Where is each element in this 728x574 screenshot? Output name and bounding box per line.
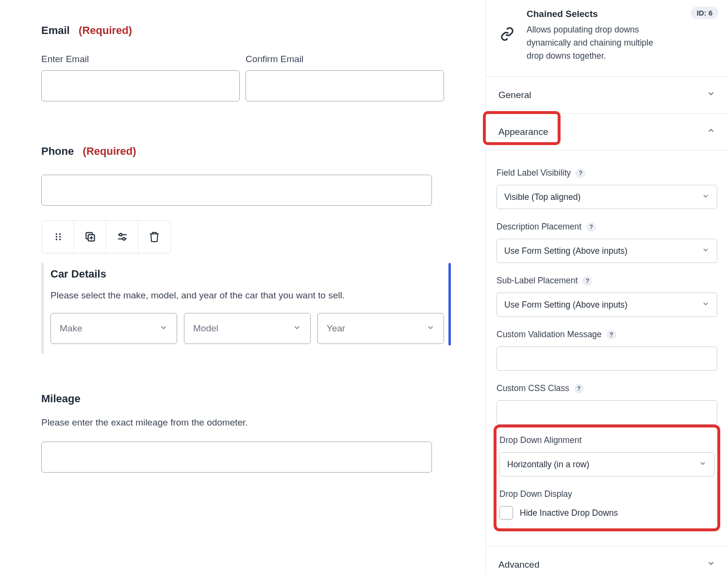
setting-label-text: Custom Validation Message bbox=[496, 329, 602, 340]
label-text: Phone bbox=[41, 145, 74, 157]
setting-label-text: Custom CSS Class bbox=[496, 383, 569, 394]
settings-icon[interactable] bbox=[106, 221, 138, 253]
mileage-label: Mileage bbox=[41, 393, 444, 405]
custom-validation-input[interactable] bbox=[496, 346, 717, 371]
label-text: Email bbox=[41, 24, 70, 36]
select-value: Use Form Setting (Above inputs) bbox=[504, 300, 628, 310]
make-placeholder: Make bbox=[60, 323, 82, 334]
car-details-description: Please select the make, model, and year … bbox=[50, 290, 444, 301]
select-value: Use Form Setting (Above inputs) bbox=[504, 246, 628, 256]
chevron-down-icon bbox=[159, 323, 168, 334]
section-advanced[interactable]: Advanced bbox=[486, 546, 728, 574]
link-icon bbox=[496, 23, 518, 45]
sidebar-header: Chained Selects Allows populating drop d… bbox=[486, 0, 728, 77]
id-badge: ID: 6 bbox=[691, 7, 718, 19]
year-placeholder: Year bbox=[327, 323, 345, 334]
make-select[interactable]: Make bbox=[50, 313, 177, 344]
help-icon[interactable]: ? bbox=[607, 330, 616, 340]
sublabel-placement-select[interactable]: Use Form Setting (Above inputs) bbox=[496, 293, 717, 317]
svg-point-2 bbox=[55, 236, 57, 237]
chevron-down-icon bbox=[702, 246, 710, 256]
car-details-field-block[interactable]: Car Details Please select the make, mode… bbox=[41, 263, 444, 354]
setting-label-text: Drop Down Alignment bbox=[499, 435, 581, 445]
svg-point-5 bbox=[59, 239, 61, 240]
select-value: Horizontally (in a row) bbox=[507, 459, 589, 470]
delete-icon[interactable] bbox=[138, 221, 170, 253]
email-label: Email (Required) bbox=[41, 24, 444, 37]
svg-point-10 bbox=[122, 238, 125, 240]
select-value: Visible (Top aligned) bbox=[504, 192, 580, 202]
section-label: Advanced bbox=[498, 559, 540, 570]
chevron-down-icon bbox=[293, 323, 301, 334]
email-field-block[interactable]: Email (Required) Enter Email Confirm Ema… bbox=[41, 24, 444, 101]
setting-dropdown-display: Drop Down Display Hide Inactive Drop Dow… bbox=[499, 489, 714, 520]
section-label: Appearance bbox=[498, 127, 548, 137]
model-select[interactable]: Model bbox=[184, 313, 311, 344]
year-select[interactable]: Year bbox=[317, 313, 444, 344]
custom-css-input[interactable] bbox=[496, 400, 717, 425]
help-icon[interactable]: ? bbox=[582, 276, 592, 286]
setting-label-text: Drop Down Display bbox=[499, 489, 572, 499]
section-label: General bbox=[498, 90, 531, 100]
description-placement-select[interactable]: Use Form Setting (Above inputs) bbox=[496, 239, 717, 263]
form-editor-main: Email (Required) Enter Email Confirm Ema… bbox=[0, 0, 485, 574]
setting-sublabel-placement: Sub-Label Placement ? Use Form Setting (… bbox=[496, 276, 717, 317]
car-details-label: Car Details bbox=[50, 268, 444, 280]
phone-field-block[interactable]: Phone (Required) bbox=[41, 145, 444, 206]
checkbox-label: Hide Inactive Drop Downs bbox=[520, 508, 618, 518]
setting-dropdown-alignment: Drop Down Alignment Horizontally (in a r… bbox=[499, 435, 714, 476]
confirm-email-label: Confirm Email bbox=[246, 54, 444, 65]
setting-custom-css: Custom CSS Class ? bbox=[496, 383, 717, 425]
setting-field-label-visibility: Field Label Visibility ? Visible (Top al… bbox=[496, 168, 717, 209]
chevron-down-icon bbox=[699, 459, 707, 470]
chevron-down-icon bbox=[707, 89, 715, 100]
setting-label-text: Field Label Visibility bbox=[496, 168, 571, 178]
section-appearance[interactable]: Appearance bbox=[486, 114, 728, 150]
svg-point-0 bbox=[55, 233, 57, 235]
model-placeholder: Model bbox=[193, 323, 218, 334]
setting-label-text: Description Placement bbox=[496, 222, 581, 232]
mileage-input[interactable] bbox=[41, 442, 432, 473]
chevron-down-icon bbox=[707, 559, 715, 570]
required-indicator: (Required) bbox=[83, 145, 136, 157]
confirm-email-input[interactable] bbox=[246, 70, 444, 101]
section-general[interactable]: General bbox=[486, 77, 728, 114]
setting-description-placement: Description Placement ? Use Form Setting… bbox=[496, 222, 717, 263]
appearance-panel: Field Label Visibility ? Visible (Top al… bbox=[486, 150, 728, 546]
help-icon[interactable]: ? bbox=[586, 222, 596, 232]
drag-handle-icon[interactable] bbox=[42, 221, 74, 253]
help-icon[interactable]: ? bbox=[574, 384, 584, 394]
help-icon[interactable]: ? bbox=[576, 168, 585, 178]
highlight-annotation: Drop Down Alignment Horizontally (in a r… bbox=[494, 425, 720, 531]
duplicate-icon[interactable] bbox=[74, 221, 106, 253]
sidebar-title: Chained Selects bbox=[527, 9, 667, 19]
chevron-down-icon bbox=[702, 192, 710, 202]
required-indicator: (Required) bbox=[79, 24, 132, 36]
dropdown-alignment-select[interactable]: Horizontally (in a row) bbox=[499, 452, 714, 476]
chevron-down-icon bbox=[702, 300, 710, 310]
mileage-field-block[interactable]: Mileage Please enter the exact mileage f… bbox=[41, 393, 444, 473]
chevron-up-icon bbox=[707, 126, 715, 137]
svg-point-4 bbox=[55, 239, 57, 240]
phone-label: Phone (Required) bbox=[41, 145, 444, 158]
svg-point-3 bbox=[59, 236, 61, 237]
sidebar-description: Allows populating drop downs dynamically… bbox=[527, 23, 667, 63]
mileage-description: Please enter the exact mileage from the … bbox=[41, 417, 444, 428]
chevron-down-icon bbox=[426, 323, 435, 334]
phone-input[interactable] bbox=[41, 175, 432, 206]
svg-point-9 bbox=[119, 233, 122, 236]
enter-email-input[interactable] bbox=[41, 70, 240, 101]
field-label-visibility-select[interactable]: Visible (Top aligned) bbox=[496, 185, 717, 209]
enter-email-label: Enter Email bbox=[41, 54, 240, 65]
field-settings-sidebar: Chained Selects Allows populating drop d… bbox=[485, 0, 728, 574]
field-toolbar bbox=[42, 220, 171, 253]
hide-inactive-checkbox[interactable] bbox=[499, 506, 513, 520]
setting-custom-validation: Custom Validation Message ? bbox=[496, 329, 717, 371]
svg-point-1 bbox=[59, 233, 61, 235]
setting-label-text: Sub-Label Placement bbox=[496, 276, 578, 286]
